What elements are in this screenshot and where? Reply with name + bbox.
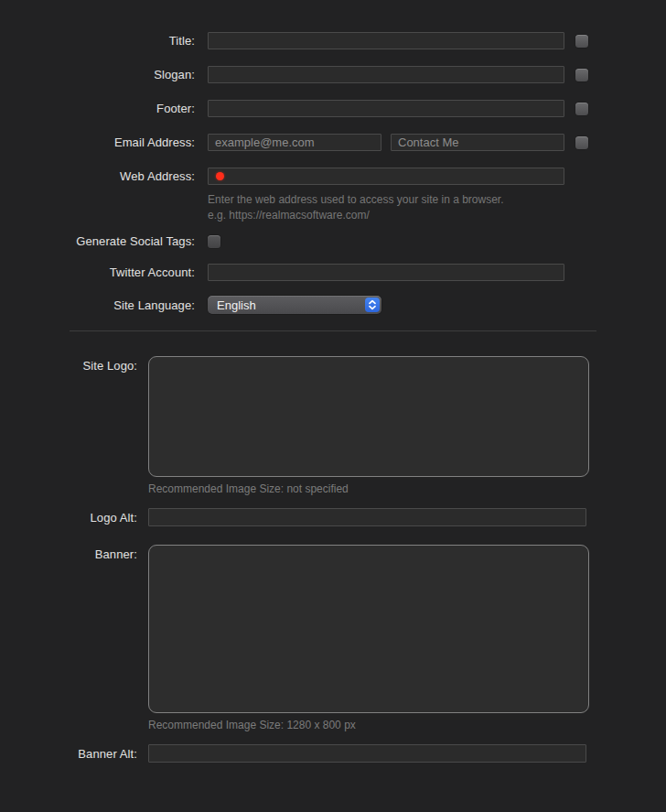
twitter-input[interactable] [208, 264, 564, 281]
banner-well[interactable] [148, 545, 589, 713]
banner-alt-input[interactable] [148, 744, 586, 763]
twitter-label: Twitter Account: [0, 265, 195, 279]
language-row: Site Language: English [0, 296, 666, 314]
social-tags-row: Generate Social Tags: [0, 234, 666, 248]
title-label: Title: [0, 34, 195, 48]
site-settings-panel: Title: Slogan: Footer: Email Address: We… [0, 0, 666, 812]
title-input[interactable] [208, 32, 564, 49]
logo-alt-input[interactable] [148, 508, 586, 526]
site-logo-well[interactable] [148, 356, 589, 477]
email-address-input[interactable] [208, 134, 381, 151]
web-address-help-line2: e.g. https://realmacsoftware.com/ [208, 208, 666, 223]
banner-alt-row: Banner Alt: [0, 744, 666, 763]
attention-dot-icon [216, 172, 224, 180]
slogan-input[interactable] [208, 66, 564, 83]
slogan-checkbox[interactable] [575, 69, 588, 81]
web-address-label: Web Address: [0, 169, 195, 183]
social-tags-checkbox[interactable] [208, 235, 220, 248]
logo-alt-label: Logo Alt: [0, 511, 137, 525]
email-row: Email Address: [0, 134, 666, 151]
banner-label: Banner: [0, 545, 137, 561]
web-address-input[interactable] [208, 168, 564, 185]
footer-input[interactable] [208, 100, 564, 117]
site-logo-note: Recommended Image Size: not specified [148, 482, 666, 495]
banner-alt-label: Banner Alt: [0, 747, 137, 761]
site-logo-label: Site Logo: [0, 356, 137, 373]
language-popup-value: English [217, 298, 256, 312]
web-address-help: Enter the web address used to access you… [208, 192, 666, 223]
web-address-row: Web Address: [0, 168, 666, 185]
web-address-help-line1: Enter the web address used to access you… [208, 192, 666, 208]
banner-row: Banner: [0, 545, 666, 713]
twitter-row: Twitter Account: [0, 264, 666, 281]
title-checkbox[interactable] [575, 35, 588, 48]
popup-stepper-icon [365, 298, 380, 312]
slogan-row: Slogan: [0, 66, 666, 83]
language-popup[interactable]: English [208, 296, 381, 314]
site-logo-row: Site Logo: [0, 356, 666, 477]
logo-alt-row: Logo Alt: [0, 508, 666, 526]
email-subject-input[interactable] [391, 134, 564, 151]
email-label: Email Address: [0, 135, 195, 149]
social-tags-label: Generate Social Tags: [0, 234, 195, 248]
title-row: Title: [0, 32, 666, 49]
email-checkbox[interactable] [575, 136, 588, 149]
section-divider [70, 330, 596, 331]
footer-label: Footer: [0, 102, 195, 115]
footer-checkbox[interactable] [575, 103, 588, 115]
slogan-label: Slogan: [0, 68, 195, 81]
footer-row: Footer: [0, 100, 666, 117]
banner-note: Recommended Image Size: 1280 x 800 px [148, 719, 666, 731]
language-label: Site Language: [0, 298, 195, 312]
